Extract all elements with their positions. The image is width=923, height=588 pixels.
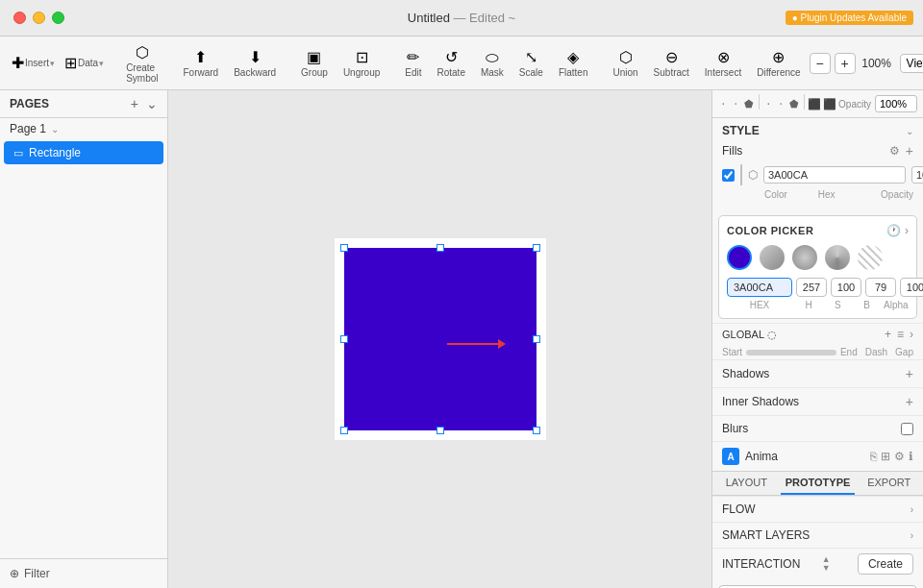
insert-button[interactable]: ✚ Insert ▾ <box>8 51 59 76</box>
flatten-button[interactable]: ◈ Flatten <box>552 45 595 81</box>
interaction-stepper[interactable]: ▲ ▼ <box>822 555 831 573</box>
style-chevron-icon[interactable]: ⌄ <box>906 126 913 136</box>
anima-info-icon[interactable]: ℹ <box>909 450 913 463</box>
handle-top-middle[interactable] <box>437 244 444 252</box>
smart-layers-section[interactable]: SMART LAYERS › <box>712 522 923 548</box>
handle-bottom-right[interactable] <box>533 427 540 434</box>
ungroup-button[interactable]: ⊡ Ungroup <box>337 45 387 81</box>
difference-button[interactable]: ⊕ Difference <box>750 45 807 81</box>
align-center-h-button[interactable]: ⬞ <box>731 94 741 113</box>
distribute-h-button[interactable]: ⬛ <box>808 94 821 113</box>
handle-top-left[interactable] <box>340 244 348 252</box>
handle-middle-right[interactable] <box>533 335 540 343</box>
blurs-checkbox[interactable] <box>901 423 913 435</box>
create-button[interactable]: Create <box>858 553 913 575</box>
maximize-button[interactable] <box>52 12 64 24</box>
align-bottom-button[interactable]: ⬟ <box>788 94 799 113</box>
color-s-input[interactable]: 100 <box>831 278 861 297</box>
subtract-button[interactable]: ⊖ Subtract <box>647 45 696 81</box>
intersect-button[interactable]: ⊗ Intersect <box>698 45 748 81</box>
opacity-input[interactable] <box>875 95 917 112</box>
swatch-radial-gradient[interactable] <box>792 245 817 270</box>
add-page-button[interactable]: + <box>131 96 138 111</box>
edit-button[interactable]: ✏ Edit <box>398 45 428 81</box>
handle-bottom-left[interactable] <box>340 427 348 434</box>
global-next-icon[interactable]: › <box>910 328 913 341</box>
inner-shadows-row: Inner Shadows + <box>722 394 913 409</box>
stepper-down-icon[interactable]: ▼ <box>822 564 831 573</box>
pages-chevron-icon[interactable]: ⌄ <box>146 96 158 111</box>
color-h-input[interactable]: 257 <box>796 278 827 297</box>
create-symbol-button[interactable]: ⬡ Create Symbol <box>119 40 164 86</box>
backward-button[interactable]: ⬇ Backward <box>227 45 283 81</box>
global-label[interactable]: GLOBAL ◌ <box>722 329 777 341</box>
fills-gear-icon[interactable]: ⚙ <box>889 144 900 158</box>
flow-section[interactable]: FLOW › <box>712 496 923 522</box>
anima-gear-icon[interactable]: ⚙ <box>894 450 905 463</box>
group-button[interactable]: ▣ Group <box>294 45 335 81</box>
anima-copy-icon[interactable]: ⎘ <box>870 450 877 463</box>
mask-button[interactable]: ⬭ Mask <box>474 46 511 81</box>
scale-button[interactable]: ⤡ Scale <box>512 45 550 81</box>
color-alpha-input[interactable]: 100 <box>900 278 923 297</box>
interaction-label: INTERACTION <box>722 557 800 571</box>
close-button[interactable] <box>13 12 26 24</box>
anima-grid-icon[interactable]: ⊞ <box>881 450 890 463</box>
inner-shadows-add-button[interactable]: + <box>906 394 913 409</box>
zoom-plus-button[interactable]: + <box>835 53 856 74</box>
swatch-solid[interactable] <box>727 245 752 270</box>
view-button[interactable]: View ▾ <box>900 54 923 73</box>
filter-button[interactable]: ⊕ Filter <box>0 558 167 588</box>
rotate-button[interactable]: ↺ Rotate <box>430 45 471 81</box>
shadows-section: Shadows + <box>712 359 923 387</box>
layer-item-rectangle[interactable]: ▭ Rectangle <box>4 141 163 164</box>
color-b-input[interactable]: 79 <box>865 278 896 297</box>
gradient-bar[interactable] <box>746 350 836 355</box>
global-list-icon[interactable]: ≡ <box>897 328 904 341</box>
align-left-button[interactable]: ⬝ <box>718 94 729 113</box>
handle-top-right[interactable] <box>533 244 540 252</box>
tab-layout[interactable]: LAYOUT <box>712 472 781 495</box>
swatch-angular-gradient[interactable] <box>825 245 850 270</box>
color-picker-history-icon[interactable]: 🕐 <box>886 224 901 237</box>
zoom-minus-button[interactable]: − <box>810 53 831 74</box>
page-item[interactable]: Page 1 ⌄ <box>0 118 167 139</box>
shadows-add-button[interactable]: + <box>906 366 913 381</box>
handle-bottom-middle[interactable] <box>437 427 444 434</box>
flow-chevron-icon: › <box>911 504 913 515</box>
fill-hex-label: Hex <box>818 189 875 200</box>
distribute-v-button[interactable]: ⬛ <box>823 94 836 113</box>
plugin-update-badge[interactable]: ● Plugin Updates Available <box>786 11 913 25</box>
edit-icon: ✏ <box>407 48 419 66</box>
align-top-button[interactable]: ⬝ <box>763 94 774 113</box>
smart-layers-chevron-icon: › <box>911 530 913 541</box>
zoom-control: − + 100% <box>810 53 894 74</box>
h-label: H <box>796 300 821 310</box>
fills-add-button[interactable]: + <box>906 143 913 159</box>
color-picker-next-icon[interactable]: › <box>905 224 909 237</box>
swatch-pattern[interactable] <box>858 245 883 270</box>
pages-header: PAGES + ⌄ <box>0 90 167 118</box>
style-title: STYLE <box>722 124 760 137</box>
handle-middle-left[interactable] <box>340 335 348 343</box>
align-right-button[interactable]: ⬟ <box>744 94 755 113</box>
minimize-button[interactable] <box>33 12 45 24</box>
tab-prototype[interactable]: PROTOTYPE <box>781 472 856 495</box>
fill-color-swatch[interactable] <box>740 164 742 185</box>
rectangle-shape[interactable] <box>344 248 536 430</box>
color-hex-input[interactable]: 3A00CA <box>727 278 792 297</box>
forward-button[interactable]: ⬆ Forward <box>177 45 226 81</box>
union-button[interactable]: ⬡ Union <box>606 45 644 81</box>
canvas[interactable] <box>168 90 711 588</box>
tab-export[interactable]: EXPORT <box>855 472 923 495</box>
fill-opacity-input[interactable] <box>911 166 923 184</box>
pages-title: PAGES <box>10 97 49 110</box>
fill-enabled-checkbox[interactable] <box>722 169 735 182</box>
align-center-v-button[interactable]: ⬞ <box>776 94 786 113</box>
fill-hex-input[interactable] <box>763 166 906 184</box>
pages-header-actions: + ⌄ <box>131 96 158 111</box>
fill-type-icon[interactable]: ⬡ <box>748 168 758 182</box>
swatch-linear-gradient[interactable] <box>760 245 785 270</box>
data-button[interactable]: ⊞ Data ▾ <box>61 51 108 76</box>
global-add-button[interactable]: + <box>885 328 891 341</box>
